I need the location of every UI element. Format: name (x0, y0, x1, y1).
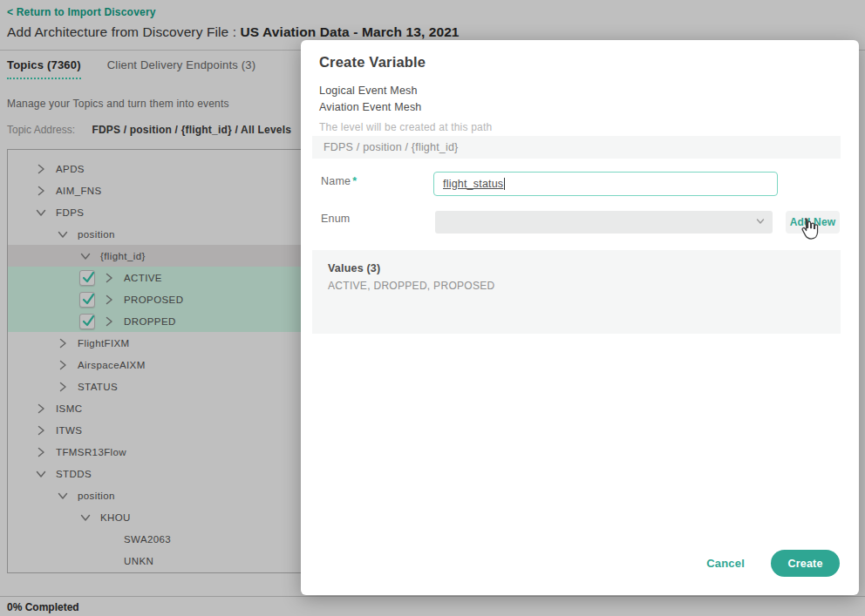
name-label-text: Name (321, 175, 351, 187)
create-button[interactable]: Create (771, 550, 840, 577)
cancel-button[interactable]: Cancel (706, 557, 745, 570)
values-list: ACTIVE, DROPPED, PROPOSED (328, 280, 841, 292)
enum-select[interactable] (435, 211, 773, 234)
add-new-button[interactable]: Add New (786, 211, 840, 234)
values-panel: Values (3) ACTIVE, DROPPED, PROPOSED (312, 250, 841, 334)
values-title: Values (3) (328, 262, 841, 274)
name-input-value: flight_status (443, 178, 503, 190)
chevron-down-icon (755, 214, 766, 230)
enum-label: Enum (321, 213, 350, 225)
modal-title: Create Variable (319, 54, 426, 71)
logical-event-mesh-label: Logical Event Mesh (319, 85, 418, 97)
path-field: FDPS / position / {flight_id} (312, 136, 841, 159)
required-marker: * (352, 175, 357, 187)
text-caret (504, 178, 505, 190)
name-label: Name* (321, 175, 357, 187)
event-mesh-name: Aviation Event Mesh (319, 101, 422, 113)
path-hint: The level will be created at this path (319, 121, 492, 133)
modal-actions: Cancel Create (706, 550, 840, 577)
name-input[interactable]: flight_status (433, 172, 778, 196)
create-variable-modal: Create Variable Logical Event Mesh Aviat… (301, 40, 859, 595)
